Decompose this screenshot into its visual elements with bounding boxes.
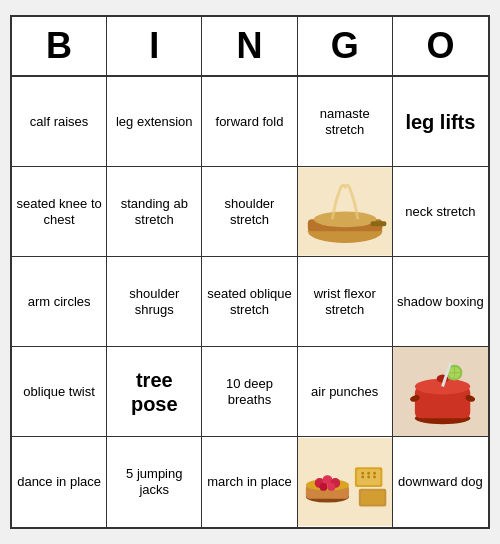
cell-4-2[interactable]: tree pose [107, 347, 202, 437]
bingo-grid: calf raises leg extension forward fold n… [12, 77, 488, 527]
cell-4-3[interactable]: 10 deep breaths [202, 347, 297, 437]
header-i: I [107, 17, 202, 75]
svg-rect-4 [370, 221, 386, 226]
cell-4-1[interactable]: oblique twist [12, 347, 107, 437]
cell-5-3[interactable]: march in place [202, 437, 297, 527]
cell-1-1[interactable]: calf raises [12, 77, 107, 167]
cell-5-1[interactable]: dance in place [12, 437, 107, 527]
bingo-card: B I N G O calf raises leg extension forw… [10, 15, 490, 529]
svg-rect-30 [360, 491, 384, 505]
svg-point-36 [373, 472, 376, 475]
cell-2-1[interactable]: seated knee to chest [12, 167, 107, 257]
food-image-1 [298, 167, 392, 256]
header-g: G [298, 17, 393, 75]
cell-1-5[interactable]: leg lifts [393, 77, 488, 167]
cell-1-4[interactable]: namaste stretch [298, 77, 393, 167]
svg-point-3 [313, 212, 376, 228]
cell-4-4[interactable]: air punches [298, 347, 393, 437]
cell-4-5-image[interactable] [393, 347, 488, 437]
svg-point-32 [367, 476, 370, 479]
food-image-3 [298, 437, 392, 527]
cell-3-5[interactable]: shadow boxing [393, 257, 488, 347]
cell-3-1[interactable]: arm circles [12, 257, 107, 347]
cell-3-3[interactable]: seated oblique stretch [202, 257, 297, 347]
header-o: O [393, 17, 488, 75]
svg-point-25 [319, 483, 327, 491]
cell-2-4-image[interactable] [298, 167, 393, 257]
svg-point-35 [367, 472, 370, 475]
cell-5-4-image[interactable] [298, 437, 393, 527]
svg-point-31 [361, 476, 364, 479]
header-n: N [202, 17, 297, 75]
food-image-2 [393, 347, 488, 436]
cell-2-2[interactable]: standing ab stretch [107, 167, 202, 257]
svg-point-34 [361, 472, 364, 475]
cell-5-2[interactable]: 5 jumping jacks [107, 437, 202, 527]
cell-2-3[interactable]: shoulder stretch [202, 167, 297, 257]
cell-5-5[interactable]: downward dog [393, 437, 488, 527]
svg-point-26 [327, 483, 335, 491]
header-b: B [12, 17, 107, 75]
cell-1-3[interactable]: forward fold [202, 77, 297, 167]
cell-3-2[interactable]: shoulder shrugs [107, 257, 202, 347]
cell-3-4[interactable]: wrist flexor stretch [298, 257, 393, 347]
cell-1-2[interactable]: leg extension [107, 77, 202, 167]
bingo-header: B I N G O [12, 17, 488, 77]
svg-point-33 [373, 476, 376, 479]
cell-2-5[interactable]: neck stretch [393, 167, 488, 257]
